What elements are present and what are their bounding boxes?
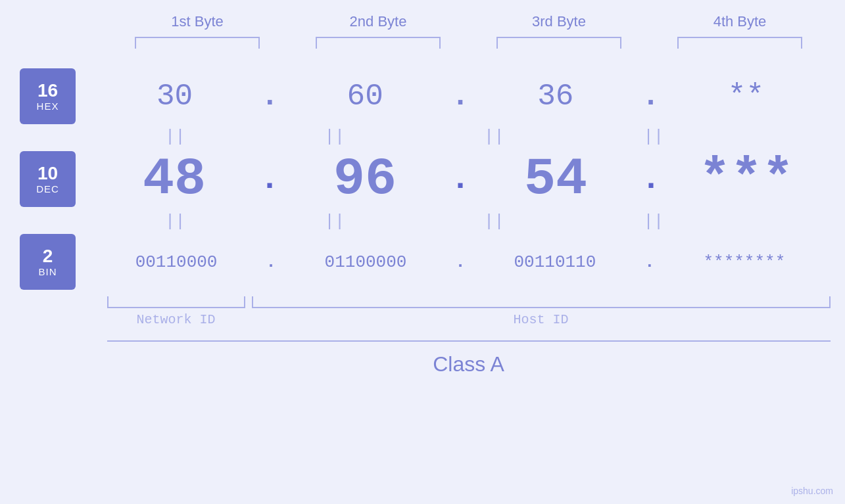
hex-badge-num: 16 bbox=[37, 81, 58, 101]
bin-dot1: . bbox=[266, 252, 276, 272]
hex-b4: ** bbox=[673, 80, 818, 114]
byte-headers: 1st Byte 2nd Byte 3rd Byte 4th Byte bbox=[107, 13, 831, 30]
dec-dot3: . bbox=[641, 160, 661, 198]
equals-dec-bin: || || || || bbox=[0, 212, 845, 231]
bracket-byte2 bbox=[316, 37, 441, 49]
bin-dot3: . bbox=[644, 252, 655, 272]
eq3: || bbox=[422, 127, 566, 147]
bracket-byte3 bbox=[496, 37, 621, 49]
bracket-byte1 bbox=[135, 37, 260, 49]
eq6: || bbox=[262, 212, 407, 231]
byte2-header: 2nd Byte bbox=[306, 13, 450, 30]
hex-dot1: . bbox=[261, 80, 279, 114]
dec-badge-num: 10 bbox=[37, 164, 58, 184]
bin-b2: 01100000 bbox=[293, 252, 438, 272]
host-bracket bbox=[252, 296, 831, 308]
eq5: || bbox=[103, 212, 247, 231]
main-container: 1st Byte 2nd Byte 3rd Byte 4th Byte 16 H… bbox=[0, 0, 845, 504]
byte3-header: 3rd Byte bbox=[487, 13, 631, 30]
bin-values: 00110000 . 01100000 . 00110110 . *******… bbox=[76, 252, 845, 272]
dec-b3: 54 bbox=[483, 149, 628, 209]
dec-badge-label: DEC bbox=[36, 183, 59, 195]
equals-hex-dec: || || || || bbox=[0, 127, 845, 147]
dec-row: 10 DEC 48 . 96 . 54 . *** bbox=[0, 149, 845, 209]
hex-b1: 30 bbox=[103, 80, 247, 114]
dec-b4: *** bbox=[674, 149, 819, 209]
bin-b4: ******** bbox=[672, 252, 817, 272]
byte1-header: 1st Byte bbox=[125, 13, 270, 30]
bin-b1: 00110000 bbox=[104, 252, 249, 272]
hex-b2: 60 bbox=[293, 80, 437, 114]
bracket-byte4 bbox=[677, 37, 802, 49]
watermark: ipshu.com bbox=[791, 486, 833, 496]
network-id-label: Network ID bbox=[107, 308, 245, 327]
dec-badge: 10 DEC bbox=[20, 151, 76, 207]
hex-row: 16 HEX 30 . 60 . 36 . ** bbox=[0, 68, 845, 124]
eq2: || bbox=[262, 127, 407, 147]
top-brackets bbox=[107, 37, 831, 49]
dec-b1: 48 bbox=[102, 149, 247, 209]
hex-badge-label: HEX bbox=[37, 101, 59, 112]
bin-badge-label: BIN bbox=[38, 266, 57, 277]
hex-badge: 16 HEX bbox=[20, 68, 76, 124]
eq1: || bbox=[103, 127, 247, 147]
id-labels: Network ID Host ID bbox=[107, 308, 831, 327]
class-label: Class A bbox=[107, 340, 831, 377]
eq4: || bbox=[581, 127, 726, 147]
bin-dot2: . bbox=[455, 252, 466, 272]
eq8: || bbox=[581, 212, 726, 231]
dec-dot2: . bbox=[450, 160, 470, 198]
hex-values: 30 . 60 . 36 . ** bbox=[76, 80, 845, 114]
eq7: || bbox=[422, 212, 566, 231]
hex-b3: 36 bbox=[483, 80, 628, 114]
hex-dot2: . bbox=[451, 80, 470, 114]
network-bracket bbox=[107, 296, 245, 308]
bin-badge: 2 BIN bbox=[20, 234, 76, 290]
dec-dot1: . bbox=[260, 160, 279, 198]
dec-b2: 96 bbox=[293, 149, 437, 209]
bin-b3: 00110110 bbox=[483, 252, 627, 272]
bottom-brackets bbox=[107, 296, 831, 308]
host-id-label: Host ID bbox=[252, 308, 831, 327]
hex-dot3: . bbox=[642, 80, 660, 114]
bin-row: 2 BIN 00110000 . 01100000 . 00110110 . *… bbox=[0, 234, 845, 290]
bin-badge-num: 2 bbox=[43, 246, 53, 267]
dec-values: 48 . 96 . 54 . *** bbox=[76, 149, 845, 209]
byte4-header: 4th Byte bbox=[667, 13, 812, 30]
